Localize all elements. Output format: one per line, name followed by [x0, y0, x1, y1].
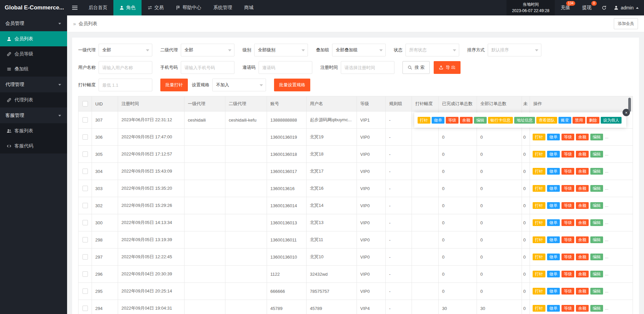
app-logo[interactable]: Global E-Commerce... [0, 0, 67, 15]
topnav-item-role[interactable]: 角色 [113, 0, 142, 15]
row-checkbox[interactable] [83, 271, 88, 277]
more-actions[interactable]: ... [605, 271, 608, 276]
sidebar-item-agent-list[interactable]: 代理列表 [0, 92, 67, 107]
row-checkbox[interactable] [83, 306, 88, 311]
action-edit[interactable]: 编辑 [590, 134, 603, 140]
more-actions[interactable]: ... [605, 151, 608, 156]
action-order[interactable]: 做单 [547, 288, 560, 295]
action-level[interactable]: 等级 [561, 254, 574, 260]
action-order[interactable]: 做单 [547, 219, 560, 226]
more-actions[interactable]: ... [605, 186, 608, 191]
action-balance[interactable]: 余额 [576, 185, 589, 192]
topnav-item-trade[interactable]: 交易 [142, 0, 170, 15]
action-inject[interactable]: 打针 [533, 271, 545, 277]
popup-action-set-fake[interactable]: 设为假人 [601, 117, 622, 124]
popup-action-address-info[interactable]: 地址信息 [514, 117, 535, 124]
action-balance[interactable]: 余额 [576, 168, 589, 175]
action-order[interactable]: 做单 [547, 185, 560, 192]
action-level[interactable]: 等级 [561, 219, 574, 226]
action-order[interactable]: 做单 [547, 151, 560, 158]
action-level[interactable]: 等级 [561, 288, 574, 295]
admin-menu[interactable]: admin [610, 0, 644, 15]
action-inject[interactable]: 打针 [533, 236, 545, 243]
action-edit[interactable]: 编辑 [590, 185, 603, 192]
inject-range-input[interactable] [99, 79, 152, 91]
action-edit[interactable]: 编辑 [590, 305, 603, 312]
topnav-item-help-center[interactable]: 帮助中心 [170, 0, 207, 15]
add-member-button[interactable]: 添加会员 [614, 18, 638, 29]
row-checkbox[interactable] [83, 169, 88, 174]
action-level[interactable]: 等级 [561, 271, 574, 277]
action-balance[interactable]: 余额 [576, 305, 589, 312]
action-order[interactable]: 做单 [547, 236, 560, 243]
invite-code-input[interactable] [259, 61, 312, 74]
topnav-item-system[interactable]: 系统管理 [207, 0, 238, 15]
action-level[interactable]: 等级 [561, 151, 574, 158]
action-inject[interactable]: 打针 [533, 185, 545, 192]
action-edit[interactable]: 编辑 [590, 271, 603, 277]
action-level[interactable]: 等级 [561, 236, 574, 243]
row-checkbox[interactable] [83, 117, 88, 123]
row-checkbox[interactable] [83, 220, 88, 225]
action-balance[interactable]: 余额 [576, 151, 589, 158]
action-balance[interactable]: 余额 [576, 202, 589, 209]
row-checkbox[interactable] [83, 237, 88, 242]
action-inject[interactable]: 打针 [533, 288, 545, 295]
row-checkbox[interactable] [83, 254, 88, 260]
sort-select[interactable]: 默认排序 [488, 44, 541, 56]
action-order[interactable]: 做单 [547, 202, 560, 209]
action-edit[interactable]: 编辑 [590, 151, 603, 158]
recharge-button[interactable]: 充值 134 [555, 0, 576, 15]
action-balance[interactable]: 余额 [576, 134, 589, 140]
action-edit[interactable]: 编辑 [590, 236, 603, 243]
action-inject[interactable]: 打针 [533, 168, 545, 175]
action-inject[interactable]: 打针 [533, 219, 545, 226]
level-select[interactable]: 全部级别 [254, 44, 308, 56]
popup-action-delete[interactable]: 删除 [587, 117, 599, 124]
action-edit[interactable]: 编辑 [590, 202, 603, 209]
sidebar-group-agent-management[interactable]: 代理管理 [0, 77, 67, 92]
popup-action-bank-card-info[interactable]: 银行卡信息 [488, 117, 513, 124]
action-level[interactable]: 等级 [561, 202, 574, 209]
action-edit[interactable]: 编辑 [590, 254, 603, 260]
status-select[interactable]: 所有状态 [406, 44, 459, 56]
action-balance[interactable]: 余额 [576, 288, 589, 295]
second-agent-select[interactable]: 全部 [181, 44, 234, 56]
action-balance[interactable]: 余额 [576, 236, 589, 243]
popup-action-view-team[interactable]: 查看团队 [536, 117, 557, 124]
row-checkbox[interactable] [83, 186, 88, 191]
action-level[interactable]: 等级 [561, 185, 574, 192]
action-order[interactable]: 做单 [547, 305, 560, 312]
row-checkbox[interactable] [83, 134, 88, 140]
action-balance[interactable]: 余额 [576, 271, 589, 277]
action-edit[interactable]: 编辑 [590, 168, 603, 175]
action-inject[interactable]: 打针 [533, 151, 545, 158]
action-balance[interactable]: 余额 [576, 254, 589, 260]
username-input[interactable] [99, 61, 152, 74]
sidebar-item-stack-group[interactable]: 叠加组 [0, 61, 67, 77]
first-agent-select[interactable]: 全部 [99, 44, 152, 56]
more-actions[interactable]: ... [605, 237, 608, 242]
action-order[interactable]: 做单 [547, 254, 560, 260]
popup-action-account-change[interactable]: 账变 [558, 117, 571, 124]
action-level[interactable]: 等级 [561, 168, 574, 175]
more-actions[interactable]: ... [605, 306, 608, 311]
spec-select[interactable]: 不加入 [212, 79, 266, 91]
popup-action-disable[interactable]: 禁用 [573, 117, 585, 124]
more-actions[interactable]: ... [605, 169, 608, 174]
select-all-checkbox[interactable] [83, 101, 88, 106]
register-time-input[interactable] [341, 61, 394, 74]
export-button[interactable]: 导 出 [434, 61, 461, 74]
more-actions[interactable]: ... [605, 134, 608, 139]
popup-action-order[interactable]: 做单 [432, 117, 444, 124]
sidebar-group-support-management[interactable]: 客服管理 [0, 107, 67, 123]
sidebar-item-member-list[interactable]: 会员列表 [0, 31, 67, 46]
search-button[interactable]: 搜 索 [402, 61, 430, 74]
sidebar-group-member-management[interactable]: 会员管理 [0, 15, 67, 31]
topnav-item-dashboard[interactable]: 后台首页 [83, 0, 113, 15]
sidebar-item-support-list[interactable]: 客服列表 [0, 123, 67, 138]
action-edit[interactable]: 编辑 [590, 288, 603, 295]
row-checkbox[interactable] [83, 151, 88, 157]
action-balance[interactable]: 余额 [576, 219, 589, 226]
refresh-button[interactable] [598, 0, 610, 15]
